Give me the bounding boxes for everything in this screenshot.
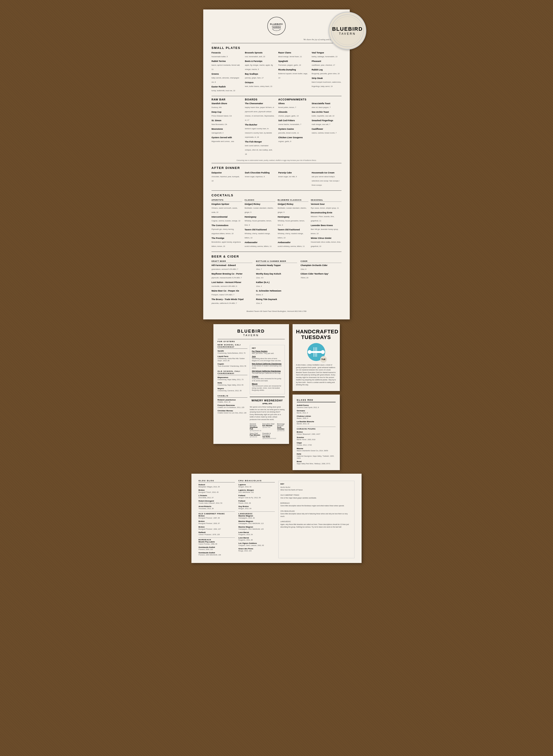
bluebird-classics-label: BLUEBIRD CLASSICS	[278, 199, 308, 202]
boards-title: BOARDS	[245, 98, 274, 101]
list-item: Worthy Easy Day Kolsch 12oz, 4.5	[256, 273, 297, 279]
coaster: BLUEBIRD TAVERN	[328, 12, 366, 50]
small-plates-col4: Veal Tongue barley, cabbage, horseradish…	[312, 52, 341, 94]
list-item: Oysters Served with Mignonette and Lemon…	[212, 136, 241, 143]
list-item: Les Vignes Oubliees Carignan, Gard, Lara…	[238, 542, 275, 547]
wine-header: BLUEBIRD TAVERN	[218, 329, 285, 337]
list-item: Dubost Beaujolais Villages, 2013, 35	[199, 484, 235, 488]
list-item: Oysters Casino pancetta, bread crumb, 11	[279, 128, 308, 135]
list-item: Lapierre, Morgon 2011 MAGNUM, 102	[238, 489, 275, 493]
list-item: Arnot-Roberts Trousseau, 2013, 39	[199, 505, 235, 510]
list-item: Anthill Farms Sonoma Coast Syrah, 2012, …	[297, 404, 335, 409]
wine-paper: BLUEBIRD TAVERN FOR OYSTERS NEW SCHOOL C…	[214, 324, 289, 444]
list-item: Breton Bourgueil 'Trinch', 2010, 45	[199, 489, 235, 493]
wine-list-paper: GLASS RED Anthill Farms Sonoma Coast Syr…	[293, 395, 340, 470]
cocktails-grid: APERITIFS Kingdom Spritzer Orleans, swee…	[212, 199, 341, 250]
aperitifs-label: APERITIFS	[212, 199, 242, 202]
main-menu: BLUEBIRD TAVERN We share the joy of eati…	[203, 9, 350, 319]
list-item: Spaghetti Parmesan, pepper, garlic, 13	[279, 60, 308, 67]
wine-tavern-subtitle: TAVERN	[218, 334, 285, 337]
list-item: Maxime Magnon Campagnes, 2013, 48	[238, 515, 275, 519]
key-title: KEY	[252, 347, 283, 349]
list-item: Brussels Sprouts cod, horseradish, aioli…	[245, 52, 274, 58]
raw-bar-col: RAW BAR Standish Shore Duxbury, MA Deep …	[212, 98, 241, 158]
svg-text:BLUEBIRD: BLUEBIRD	[270, 23, 283, 25]
list-item: Breton Bourgueil 'Penmor', 1997, 95	[199, 515, 235, 519]
small-plates-col1: Focaccia housemade butter, 5 Rabbit Terr…	[212, 52, 241, 94]
list-item: Foillard Fleurie, 2010, 36	[238, 500, 275, 504]
languedoc-label: LANGUEDOC	[238, 511, 275, 515]
list-item: Leon Barral Faugeres, 2001, 85	[238, 537, 275, 541]
list-item: Mayacamus Chardonnay, Napa Valley, 2011,…	[218, 376, 247, 381]
new-school-title: NEW SCHOOL CALI CHARDONNAY	[218, 344, 247, 349]
cider-label: CIDER	[301, 260, 341, 263]
list-item: Ambassador scotch whiskey, averna, bitte…	[245, 241, 275, 248]
staff-section: General Manager Stephanie Fisk @stephani…	[250, 423, 285, 439]
raw-bar-title: RAW BAR	[212, 98, 241, 101]
list-item: The Commodore Plymouth gin, cherry herri…	[212, 224, 242, 235]
bottled-label: BOTTLED & CANNED BEER	[256, 260, 297, 263]
list-item: St. Simon New Brunswick, CA	[212, 119, 241, 126]
list-item: Mayflower Brewing Co - Porter plymouth, …	[212, 273, 252, 279]
svg-point-10	[308, 350, 311, 354]
list-item: Alchemist Heady Topper 16oz, 7	[256, 264, 297, 271]
list-item: Maxime Magnon Campagnes, 2011 MAGNUM, 12…	[238, 526, 275, 530]
aperitifs-col: APERITIFS Kingdom Spritzer Orleans, swee…	[212, 199, 242, 250]
list-item: Neyers Chardonnay, Carneros, 2012, 55	[218, 388, 247, 392]
list-item: Liquid Farm Chardonnay, Santa Rita Hills…	[218, 355, 247, 362]
list-item: Hill Farmstead - Edward greensboro, verm…	[212, 264, 252, 271]
logo-svg: BLUEBIRD TAVERN	[267, 16, 286, 35]
list-item: Almonds chorizo, pepper, garlic, 13	[279, 111, 308, 117]
handcrafted-title: HANDCRAFTED TUESDAYS	[296, 329, 336, 340]
list-item: L'Octavin Dora Bella, 2012, 57	[199, 495, 235, 499]
svg-point-11	[321, 350, 325, 354]
list-item: Citizen Cider 'Northern Spy' 750ml, 20	[301, 273, 341, 279]
winery-date: APRIL 8TH	[250, 403, 285, 405]
list-item: The Bruery - Trade Winds Tripel placenti…	[212, 298, 252, 305]
seasonal-label: SEASONAL	[311, 199, 341, 202]
list-item: Clape Cornas, 2012, 17/33	[297, 442, 335, 446]
stracciatella-col: - Stracciatella Toast olive oil, black p…	[312, 98, 341, 158]
glou-glou-col: GLOU GLOU Dubost Beaujolais Villages, 20…	[199, 480, 235, 557]
list-item: Cauliflower raisins, cashew, bread crumb…	[312, 128, 341, 135]
list-item: Breton Chinon 'Beaumont', 1983, 14/27	[297, 431, 335, 435]
list-item: Champlain Orchards Cider 13oz, 6	[301, 264, 341, 271]
staff-item: Beverage Director Scott Christian @folla…	[277, 423, 285, 431]
list-item: Sandhi Chardonnay, Santa Barbara, 2013, …	[218, 350, 247, 354]
list-item: Focaccia housemade butter, 5	[212, 52, 241, 58]
coaster-subtitle: TAVERN	[332, 32, 363, 35]
staff-item: Founder & President Sue Bette @bluebirdv…	[262, 433, 276, 439]
bottled-col: BOTTLED & CANNED BEER Alchemist Heady To…	[256, 260, 297, 307]
list-item: Leon Barral Faugeres, 2010, 54	[238, 531, 275, 535]
list-item: Christian Moreau Chablis Grand Cru Les C…	[218, 410, 247, 414]
list-item: Rabbit Terrine bacon, apricot mostarda, …	[212, 60, 241, 71]
bottom-wine-grid: GLOU GLOU Dubost Beaujolais Villages, 20…	[199, 480, 354, 557]
list-item: Gombaude-Guillot Pomerol, 1994 MAGNUM, 1…	[199, 552, 235, 556]
staff-item: Executive Chef Eric Martelle @souc.hef	[262, 423, 276, 431]
list-item: Gin(ger) Rickey Beefeater, russian stand…	[245, 203, 275, 214]
divider-cocktails	[212, 190, 341, 191]
list-item: Intercontinental Cognac, averna, luxardo…	[212, 216, 242, 222]
key-item: Macon The commune's wines are renowned f…	[252, 383, 283, 391]
key-item: Old School California Chardonnay The stu…	[252, 370, 283, 374]
list-item: Gin(ger) Rickey Beefeater, russian stand…	[278, 203, 308, 214]
list-item: Stracciatella Toast olive oil, black pep…	[312, 102, 341, 109]
list-item: Smashed Fingerlings malt vinegar, sea sa…	[312, 119, 341, 126]
after-dinner-title: AFTER DINNER	[212, 166, 341, 170]
divider-top	[212, 43, 341, 43]
for-oysters-title: FOR OYSTERS	[218, 340, 285, 343]
cru-beaujolais-col: CRU BEAUJOLAIS Lapierre Morgon, 2013, 50…	[238, 480, 275, 557]
handcrafted-paper: HANDCRAFTED TUESDAYS TUE A slow	[293, 324, 340, 391]
logo-area: BLUEBIRD TAVERN	[212, 16, 341, 36]
key-list-title: KEY	[281, 483, 352, 485]
wine-list-key-col: KEY GLOU GLOU Wine from the North of Fra…	[279, 480, 355, 557]
list-item: Greens baby carrots, almonds, champagne …	[212, 73, 241, 84]
list-item: Daiquoise chocolate, hazelnut, pear, kum…	[212, 172, 241, 187]
list-item: Olives fennel pollen, lemon, 7	[279, 102, 308, 109]
list-item: Lapierre Morgon, 2013, 50	[238, 484, 275, 488]
list-item: Kingdom Spritzer Orleans, sweet vermouth…	[212, 203, 242, 214]
list-item: The Cheesemaker bayley hazen blue, jaspe…	[245, 102, 274, 122]
small-plates-title: SMALL PLATES	[212, 46, 341, 50]
small-plates-col3: Razor Clams blood orange, fennel foam, 1…	[279, 52, 308, 94]
list-item: Lavender Bees Knees Barr Hill gin, laven…	[311, 224, 341, 235]
